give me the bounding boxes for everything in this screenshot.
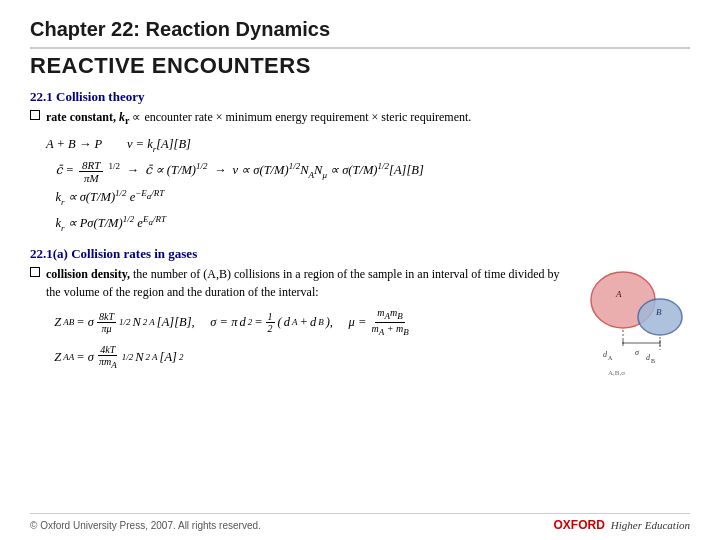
- collision-diagram-area: d A d B σ A B A,B,σ: [585, 265, 690, 395]
- svg-text:B: B: [651, 358, 655, 364]
- formula-mean-speed: c̄ = 8RT πM 1/2 → c̄ ∝ (T/M)1/2 → v ∝ σ(…: [46, 159, 690, 184]
- svg-text:A,B,σ: A,B,σ: [608, 369, 625, 377]
- collision-density-label: collision density,: [46, 267, 130, 281]
- chapter-title: Chapter 22: Reaction Dynamics: [30, 18, 690, 41]
- section-title: REACTIVE ENCOUNTERS: [30, 47, 690, 79]
- higher-education-label: Higher Education: [611, 519, 690, 531]
- rate-constant-label: rate constant, kr ∝ encounter rate × min…: [46, 110, 471, 124]
- bullet2: collision density, the number of (A,B) c…: [30, 265, 575, 301]
- subsection2-content: collision density, the number of (A,B) c…: [30, 265, 690, 395]
- copyright-text: © Oxford University Press, 2007. All rig…: [30, 520, 261, 531]
- footer: © Oxford University Press, 2007. All rig…: [30, 513, 690, 532]
- formula-block-2: ZAB = σ 8kT πμ 1/2 N2A[A][B], σ = πd2 = …: [46, 307, 575, 371]
- subsection2-text: collision density, the number of (A,B) c…: [30, 265, 575, 395]
- subsection2-title: 22.1(a) Collision rates in gases: [30, 246, 690, 262]
- formula-kr1: kr ∝ σ(T/M)1/2 e−Ea/RT: [46, 186, 690, 210]
- bullet1: rate constant, kr ∝ encounter rate × min…: [30, 108, 690, 128]
- svg-point-1: [638, 299, 682, 335]
- formula-kr2: kr ∝ Pσ(T/M)1/2 eEa/RT: [46, 212, 690, 236]
- svg-text:B: B: [656, 307, 662, 317]
- formula-zaa: ZAA = σ 4kT πmA 1/2 N2A[A]2: [46, 344, 575, 371]
- formula-zab: ZAB = σ 8kT πμ 1/2 N2A[A][B], σ = πd2 = …: [46, 307, 575, 338]
- svg-text:A: A: [615, 289, 622, 299]
- formula-block-1: A + B → P v = kr[A][B] c̄ = 8RT πM 1/2 →…: [46, 134, 690, 236]
- bullet-square-icon: [30, 110, 40, 120]
- oxford-label: OXFORD: [554, 518, 605, 532]
- svg-text:A: A: [608, 355, 613, 361]
- formula-reaction: A + B → P v = kr[A][B]: [46, 134, 690, 157]
- subsection2: 22.1(a) Collision rates in gases collisi…: [30, 246, 690, 395]
- page-container: Chapter 22: Reaction Dynamics REACTIVE E…: [0, 0, 720, 540]
- subsection1-title: 22.1 Collision theory: [30, 89, 690, 105]
- svg-text:σ: σ: [635, 348, 640, 357]
- bullet-square-icon2: [30, 267, 40, 277]
- collision-diagram-svg: d A d B σ A B A,B,σ: [588, 265, 688, 380]
- oxford-branding: OXFORD Higher Education: [554, 518, 690, 532]
